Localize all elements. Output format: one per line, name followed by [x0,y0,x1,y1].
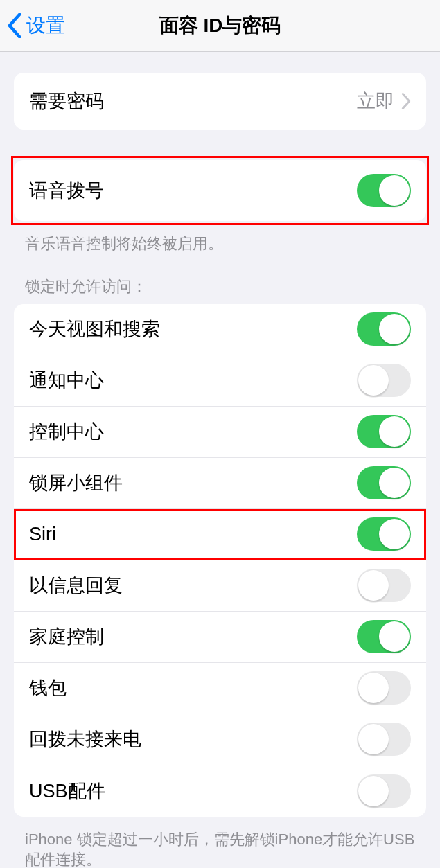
lock-access-row[interactable]: 通知中心 [14,355,426,407]
nav-bar: 设置 面容 ID与密码 [0,0,440,52]
voice-dial-group: 语音拨号 [14,160,426,221]
lock-access-toggle[interactable] [357,415,411,448]
toggle-knob [358,724,389,754]
lock-access-toggle[interactable] [357,364,411,397]
voice-dial-row[interactable]: 语音拨号 [14,160,426,221]
toggle-knob [379,314,410,344]
lock-access-toggle[interactable] [357,774,411,808]
lock-access-row[interactable]: 以信息回复 [14,560,426,612]
lock-access-toggle[interactable] [357,620,411,653]
toggle-knob [379,621,410,652]
toggle-knob [358,570,389,601]
lock-access-label: 以信息回复 [29,573,123,598]
content: 需要密码 立即 语音拨号 音乐语音控制将始终被启用。 锁定时允许访问： 今天视图… [0,73,440,868]
toggle-knob [358,365,389,396]
lock-access-label: USB配件 [29,779,105,804]
chevron-right-icon [401,93,411,109]
lock-access-row[interactable]: 锁屏小组件 [14,458,426,509]
voice-dial-footer: 音乐语音控制将始终被启用。 [0,227,440,254]
lock-access-row[interactable]: Siri [14,509,426,560]
lock-access-toggle[interactable] [357,569,411,602]
back-label: 设置 [26,12,65,39]
toggle-knob [379,468,410,498]
lock-access-label: 锁屏小组件 [29,470,123,495]
lock-access-label: 控制中心 [29,419,104,444]
toggle-knob [379,175,410,206]
voice-dial-label: 语音拨号 [29,178,104,203]
lock-access-label: 回拨未接来电 [29,727,141,752]
voice-dial-toggle[interactable] [357,174,411,207]
lock-access-toggle[interactable] [357,517,411,551]
lock-access-row[interactable]: USB配件 [14,765,426,817]
lock-access-label: Siri [29,524,56,545]
lock-access-toggle[interactable] [357,671,411,705]
toggle-knob [358,776,389,806]
lock-access-row[interactable]: 今天视图和搜索 [14,304,426,355]
usb-footer: iPhone 锁定超过一小时后，需先解锁iPhone才能允许USB 配件连接。 [0,822,440,868]
lock-access-label: 今天视图和搜索 [29,317,160,342]
lock-access-row[interactable]: 钱包 [14,663,426,714]
lock-access-toggle[interactable] [357,466,411,499]
lock-access-label: 家庭控制 [29,624,104,649]
passcode-group: 需要密码 立即 [14,73,426,130]
lock-access-toggle[interactable] [357,312,411,346]
require-passcode-value: 立即 [357,89,394,114]
chevron-left-icon [7,13,22,38]
lock-access-row[interactable]: 家庭控制 [14,612,426,663]
back-button[interactable]: 设置 [7,12,65,39]
lock-access-group: 今天视图和搜索通知中心控制中心锁屏小组件Siri以信息回复家庭控制钱包回拨未接来… [14,304,426,817]
toggle-knob [358,673,389,703]
lock-access-label: 通知中心 [29,368,104,393]
toggle-knob [379,519,410,549]
page-title: 面容 ID与密码 [0,12,440,39]
require-passcode-label: 需要密码 [29,89,104,114]
lock-access-toggle[interactable] [357,723,411,756]
toggle-knob [379,416,410,447]
require-passcode-row[interactable]: 需要密码 立即 [14,73,426,130]
lock-access-label: 钱包 [29,675,67,700]
row-right: 立即 [357,89,411,114]
lock-access-row[interactable]: 控制中心 [14,407,426,458]
lock-access-header: 锁定时允许访问： [0,254,440,304]
lock-access-row[interactable]: 回拨未接来电 [14,714,426,765]
